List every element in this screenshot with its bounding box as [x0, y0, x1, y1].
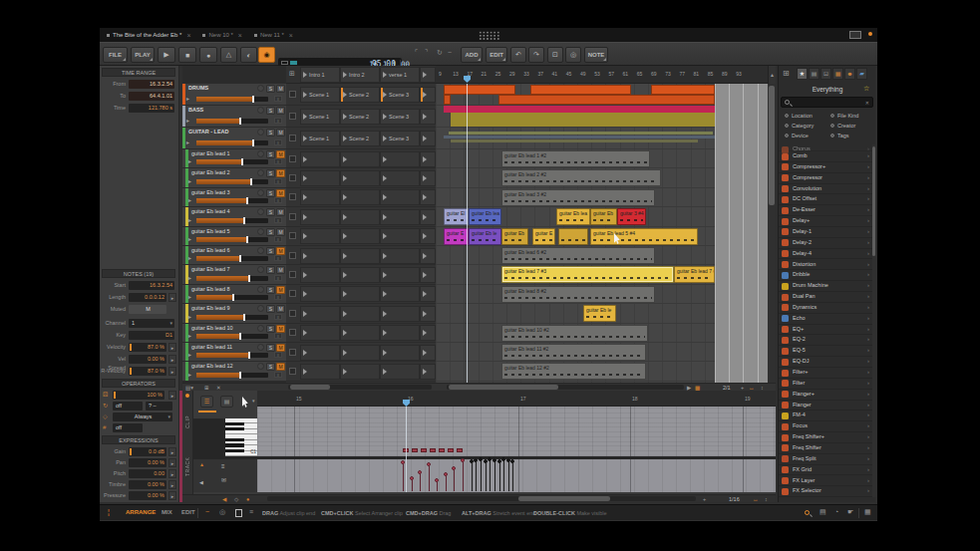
frame-tool-icon[interactable]: [235, 509, 242, 517]
velocity-pip-head[interactable]: [492, 458, 496, 462]
clip-slot[interactable]: [380, 325, 420, 341]
track-row[interactable]: guitar Eb lead 10SM▸≡: [182, 324, 286, 343]
device-list-item[interactable]: Drum Machine›: [779, 281, 872, 292]
track-row[interactable]: guitar Eb lead 11SM▸≡: [182, 343, 286, 362]
device-list-item[interactable]: EQ-2›: [779, 335, 872, 346]
mute-button[interactable]: M: [276, 363, 285, 371]
start-field[interactable]: 16.3.2.54: [129, 281, 174, 290]
piano-keys[interactable]: C1: [225, 418, 257, 456]
fader-tick[interactable]: [246, 236, 248, 243]
stop-button[interactable]: ■: [178, 47, 196, 63]
mute-button[interactable]: M: [276, 85, 285, 93]
volume-meter[interactable]: [196, 315, 268, 320]
track-row[interactable]: guitar Eb lead 2SM▸≡: [182, 168, 286, 187]
record-button[interactable]: ●: [199, 47, 217, 63]
scroll-up-button[interactable]: ▲: [768, 66, 776, 84]
mute-button[interactable]: M: [276, 247, 285, 255]
modulation-arrow-button[interactable]: ▸: [168, 447, 176, 456]
vscroll-thumb[interactable]: [872, 146, 875, 256]
track-monitor-button[interactable]: [257, 305, 264, 312]
clip-slot[interactable]: [300, 189, 340, 205]
clear-search-icon[interactable]: ✕: [865, 100, 869, 106]
close-tab-icon[interactable]: ×: [186, 32, 190, 39]
velocity-pip-selected-stem[interactable]: [403, 462, 404, 491]
clip-slot-partial[interactable]: [420, 325, 436, 341]
track-monitor-button[interactable]: [257, 286, 264, 293]
clip-slot[interactable]: [300, 248, 340, 264]
track-row[interactable]: guitar Eb lead 4SM▸≡: [182, 207, 286, 226]
operator-field[interactable]: 100 %: [113, 391, 164, 400]
device-list-item[interactable]: Delay-2›: [779, 238, 872, 249]
black-key[interactable]: [225, 443, 244, 446]
track-row[interactable]: GUITAR - LEADSM▸≡: [182, 128, 286, 149]
velocity-pip-stem[interactable]: [512, 461, 513, 491]
fader-tick[interactable]: [243, 217, 245, 224]
drums-clip-segment[interactable]: [444, 95, 451, 105]
device-list-item[interactable]: Echo›: [779, 314, 872, 325]
io-panel-icon[interactable]: ▦: [864, 508, 871, 516]
tool-dropdown-icon[interactable]: ▾: [252, 398, 255, 404]
clip-stop-button[interactable]: [289, 349, 296, 356]
clip-slot-partial[interactable]: [420, 109, 436, 125]
automation-write-button[interactable]: ◉: [258, 47, 275, 63]
track-grid-button[interactable]: ≡: [274, 333, 282, 339]
clip-slot[interactable]: [380, 306, 420, 322]
clip-slot[interactable]: [300, 209, 340, 225]
velocity-pip-head[interactable]: [479, 457, 483, 461]
device-list-item[interactable]: Delay-4›: [779, 249, 872, 260]
groove-icon[interactable]: [281, 61, 288, 65]
track-grid-button[interactable]: ≡: [274, 352, 282, 358]
solo-button[interactable]: S: [266, 169, 275, 177]
fader-tick[interactable]: [232, 294, 234, 301]
operator-field[interactable]: off: [113, 402, 143, 411]
track-grid-button[interactable]: ≡: [274, 96, 282, 102]
clip-slot-partial[interactable]: [420, 306, 436, 322]
track-row[interactable]: guitar Eb lead 12SM▸≡: [182, 362, 286, 381]
velocity-pip-selected-head[interactable]: [410, 476, 414, 480]
track-row[interactable]: guitar Eb lead 5SM▸≡: [182, 227, 286, 246]
pressure-field[interactable]: 0.00 %: [129, 491, 166, 500]
track-grid-button[interactable]: ≡: [274, 275, 282, 281]
midi-note[interactable]: [439, 448, 445, 452]
velocity-pip-stem[interactable]: [503, 459, 504, 491]
mute-button[interactable]: M: [276, 129, 285, 137]
clip-slot[interactable]: [340, 170, 380, 186]
clip-slot[interactable]: Scene 2: [340, 109, 380, 125]
clip-slot[interactable]: [380, 170, 420, 186]
favorite-star-icon[interactable]: ☆: [863, 85, 869, 93]
note-grid[interactable]: [257, 407, 776, 456]
solo-button[interactable]: S: [266, 85, 275, 93]
arranger-clip[interactable]: guitar Eb lead 6 #2: [501, 247, 655, 264]
clip-slot[interactable]: [340, 151, 380, 167]
mute-button[interactable]: M: [276, 266, 285, 274]
clip-slot-partial[interactable]: [420, 209, 436, 225]
time-field[interactable]: 121.780 s: [129, 104, 174, 113]
editor-hscroll[interactable]: [267, 496, 696, 501]
solo-button[interactable]: S: [266, 247, 275, 255]
clip-slot-partial[interactable]: [420, 228, 436, 244]
search-input[interactable]: ✕: [781, 97, 873, 108]
browser-tab-copy-icon[interactable]: ⊡: [820, 68, 831, 80]
from-field[interactable]: 16.3.2.54: [129, 80, 174, 89]
track-row[interactable]: DRUMSSM▸≡: [182, 84, 286, 106]
device-list-item[interactable]: De-Esser›: [779, 205, 872, 216]
track-grid-button[interactable]: ≡: [274, 294, 282, 300]
device-list-item[interactable]: Dribble›: [779, 270, 872, 281]
project-tab[interactable]: The Bite of the Adder Eb *×: [102, 28, 197, 42]
device-list-item[interactable]: Filter+›: [779, 368, 872, 379]
track-row[interactable]: BASSSM▸≡: [182, 106, 286, 128]
midi-note[interactable]: [421, 448, 427, 452]
device-list-item[interactable]: Freq Shifter+›: [779, 432, 872, 443]
arranger-clip[interactable]: guitar Eb le: [469, 228, 501, 245]
solo-button[interactable]: S: [266, 189, 275, 197]
solo-button[interactable]: S: [266, 107, 275, 115]
r-velocity-field[interactable]: 87.0 %: [129, 367, 166, 376]
track-grid-button[interactable]: ≡: [274, 139, 282, 145]
pen-tool-icon[interactable]: ◎: [219, 508, 225, 516]
clip-stop-button[interactable]: [289, 329, 296, 336]
arranger-clip[interactable]: guitar Eb le: [583, 305, 616, 322]
clip-stop-button[interactable]: [289, 193, 296, 200]
velocity-pip-stem[interactable]: [508, 460, 509, 491]
clip-slot[interactable]: Scene 3: [380, 131, 420, 146]
arranger-clip[interactable]: [558, 228, 588, 245]
